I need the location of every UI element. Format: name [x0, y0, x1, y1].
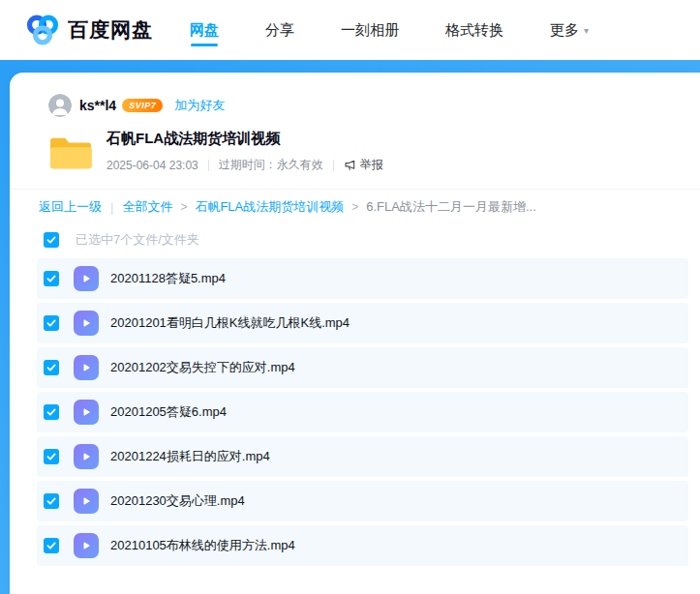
nav-label: 分享 [265, 21, 294, 40]
nav-tab-share[interactable]: 分享 [265, 0, 294, 60]
divider [333, 160, 334, 171]
file-row[interactable]: 20210105布林线的使用方法.mp4 [37, 525, 688, 566]
file-row[interactable]: 20201128答疑5.mp4 [37, 258, 688, 299]
nav-tab-more[interactable]: 更多 ▾ [550, 0, 589, 60]
file-name-link[interactable]: 20201128答疑5.mp4 [110, 270, 226, 287]
breadcrumb-current: 6.FLA战法十二月一月最新增... [366, 198, 536, 216]
brand-title: 百度网盘 [68, 16, 153, 44]
file-name-link[interactable]: 20201201看明白几根K线就吃几根K线.mp4 [110, 314, 350, 332]
nav-label: 一刻相册 [341, 21, 399, 40]
share-card: ks**l4 SVIP7 加为好友 石帆FLA战法期货培训视频 2025-06-… [10, 73, 700, 594]
nav-label: 网盘 [190, 21, 219, 40]
share-header: ks**l4 SVIP7 加为好友 石帆FLA战法期货培训视频 2025-06-… [10, 73, 700, 190]
file-row[interactable]: 20201224损耗日的应对.mp4 [37, 436, 688, 477]
nav-tab-format-convert[interactable]: 格式转换 [445, 0, 503, 60]
nav-tab-netdisk[interactable]: 网盘 [190, 0, 219, 60]
brand[interactable]: 百度网盘 [25, 13, 153, 47]
file-row[interactable]: 20201230交易心理.mp4 [37, 481, 688, 521]
avatar[interactable] [48, 94, 72, 117]
file-checkbox[interactable] [44, 360, 59, 375]
file-name-link[interactable]: 20201202交易失控下的应对.mp4 [110, 359, 295, 376]
breadcrumb-pipe: | [110, 200, 113, 215]
video-file-icon [74, 355, 99, 380]
share-file-head: 石帆FLA战法期货培训视频 2025-06-04 23:03 过期时间：永久有效 [48, 130, 671, 173]
nav-tab-album[interactable]: 一刻相册 [341, 0, 399, 60]
video-file-icon [74, 444, 99, 469]
share-title: 石帆FLA战法期货培训视频 [107, 130, 383, 148]
select-all-row: 已选中7个文件/文件夹 [10, 225, 700, 254]
nav-label: 格式转换 [445, 21, 503, 40]
chevron-down-icon: ▾ [584, 25, 589, 36]
file-list: 20201128答疑5.mp4 20201201看明白几根K线就吃几根K线.mp… [10, 254, 700, 566]
file-row[interactable]: 20201205答疑6.mp4 [37, 392, 688, 432]
file-name-link[interactable]: 20201205答疑6.mp4 [110, 403, 227, 421]
breadcrumb: 返回上一级 | 全部文件 > 石帆FLA战法期货培训视频 > 6.FLA战法十二… [10, 190, 700, 223]
file-checkbox[interactable] [44, 493, 59, 509]
video-file-icon [74, 266, 99, 291]
baidu-netdisk-logo-icon [25, 13, 60, 47]
owner-name: ks**l4 [79, 98, 116, 113]
breadcrumb-folder[interactable]: 石帆FLA战法期货培训视频 [195, 198, 344, 216]
folder-icon [48, 133, 93, 171]
file-checkbox[interactable] [44, 538, 59, 553]
file-row[interactable]: 20201202交易失控下的应对.mp4 [37, 347, 688, 388]
video-file-icon [74, 400, 99, 425]
share-file-meta: 石帆FLA战法期货培训视频 2025-06-04 23:03 过期时间：永久有效 [107, 130, 383, 173]
expire-label: 过期时间：永久有效 [219, 157, 323, 173]
selection-summary: 已选中7个文件/文件夹 [76, 231, 199, 249]
file-name-link[interactable]: 20201230交易心理.mp4 [110, 492, 245, 510]
primary-nav: 网盘 分享 一刻相册 格式转换 更多 ▾ [190, 0, 635, 60]
page: 百度网盘 网盘 分享 一刻相册 格式转换 更多 ▾ [0, 0, 700, 594]
share-owner-row: ks**l4 SVIP7 加为好友 [48, 94, 671, 117]
megaphone-icon [344, 159, 356, 171]
top-navigation-bar: 百度网盘 网盘 分享 一刻相册 格式转换 更多 ▾ [0, 0, 700, 60]
video-file-icon [74, 489, 99, 514]
video-file-icon [74, 311, 99, 336]
chevron-right-icon: > [351, 200, 358, 214]
breadcrumb-all-files[interactable]: 全部文件 [122, 198, 172, 216]
file-checkbox[interactable] [44, 449, 59, 464]
report-link[interactable]: 举报 [344, 157, 383, 173]
svip-badge: SVIP7 [122, 99, 163, 112]
divider [208, 160, 209, 171]
share-subinfo: 2025-06-04 23:03 过期时间：永久有效 举报 [107, 157, 383, 173]
blue-left-strip [0, 60, 10, 594]
select-all-checkbox[interactable] [44, 232, 59, 248]
nav-label: 更多 [550, 21, 579, 40]
file-checkbox[interactable] [44, 315, 59, 331]
add-friend-link[interactable]: 加为好友 [174, 97, 225, 114]
share-date: 2025-06-04 23:03 [107, 159, 198, 172]
file-row[interactable]: 20201201看明白几根K线就吃几根K线.mp4 [37, 303, 688, 343]
file-checkbox[interactable] [44, 404, 59, 420]
file-name-link[interactable]: 20201224损耗日的应对.mp4 [110, 448, 270, 465]
file-name-link[interactable]: 20210105布林线的使用方法.mp4 [110, 537, 295, 554]
chevron-right-icon: > [180, 200, 187, 214]
breadcrumb-back-link[interactable]: 返回上一级 [39, 198, 102, 216]
video-file-icon [74, 533, 99, 558]
report-label: 举报 [360, 157, 383, 173]
file-checkbox[interactable] [44, 271, 59, 286]
